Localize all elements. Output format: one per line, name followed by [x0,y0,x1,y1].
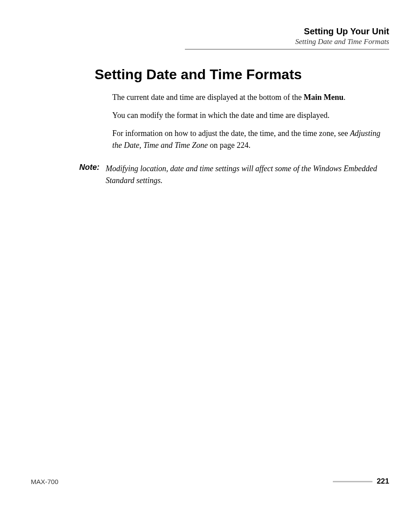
note-block: Note: Modifying location, date and time … [79,163,385,187]
footer-page-number: 221 [377,477,389,486]
footer-model: MAX-700 [31,478,59,485]
note-label: Note: [79,163,99,187]
section-heading: Setting Date and Time Formats [95,66,389,83]
p1-pre: The current date and time are displayed … [112,93,304,102]
p1-post: . [343,93,346,102]
page-footer: MAX-700 221 [31,477,389,486]
p3-pre: For information on how to adjust the dat… [112,129,350,138]
p3-post: on page 224. [208,141,251,150]
footer-rule-icon [333,481,372,482]
page-header: Setting Up Your Unit Setting Date and Ti… [185,26,389,50]
header-chapter: Setting Up Your Unit [185,26,389,37]
document-page: Setting Up Your Unit Setting Date and Ti… [0,0,420,510]
body-text: The current date and time are displayed … [112,92,385,151]
paragraph-2: You can modify the format in which the d… [112,110,385,121]
paragraph-3: For information on how to adjust the dat… [112,128,385,151]
paragraph-1: The current date and time are displayed … [112,92,385,103]
note-text: Modifying location, date and time settin… [106,163,385,187]
p1-bold: Main Menu [304,93,344,102]
footer-right: 221 [333,477,389,486]
header-section: Setting Date and Time Formats [185,37,389,46]
